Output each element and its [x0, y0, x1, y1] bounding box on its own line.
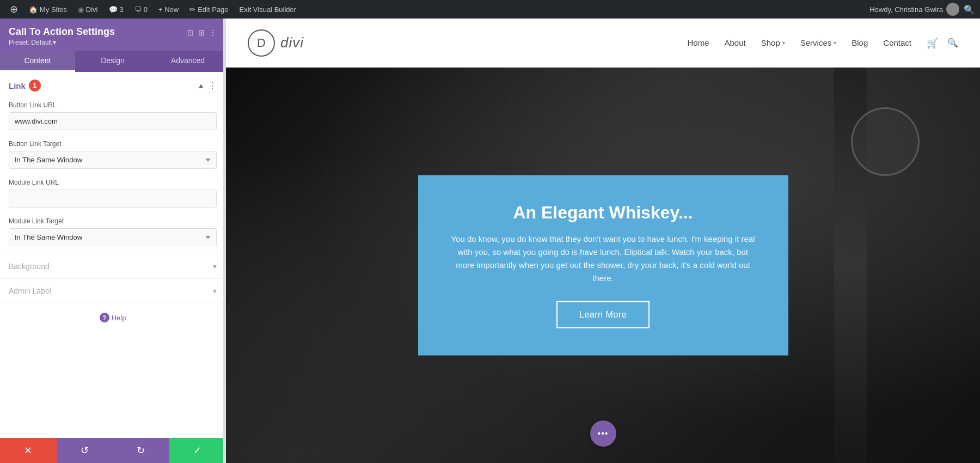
menu-item-services[interactable]: Services ▾	[800, 38, 837, 47]
menu-item-contact[interactable]: Contact	[883, 38, 911, 47]
divi-label: Divi	[86, 5, 98, 14]
button-link-url-label: Button Link URL	[9, 101, 217, 109]
site-menu: Home About Shop ▾ Services ▾ Blog Contac	[687, 37, 958, 49]
nav-search-icon[interactable]: 🔍	[947, 38, 958, 48]
menu-contact-label: Contact	[883, 38, 911, 47]
howdy-section[interactable]: Howdy, Christina Gwira	[869, 3, 959, 16]
chat-icon: 🗨	[134, 5, 142, 14]
menu-item-shop[interactable]: Shop ▾	[761, 38, 785, 47]
divi-item[interactable]: ◉ Divi	[74, 0, 102, 19]
logo-text: divi	[280, 34, 304, 51]
menu-item-about[interactable]: About	[724, 38, 745, 47]
my-sites-label: My Sites	[40, 5, 67, 14]
home-icon: 🏠	[29, 5, 38, 14]
panel-preset[interactable]: Preset: Default ▾	[9, 39, 115, 46]
panel-header-icons: ⊡ ⊞ ⋮	[187, 28, 217, 37]
panel-actions: ✕ ↺ ↻ ✓	[0, 438, 225, 463]
button-link-url-input[interactable]	[9, 112, 217, 130]
logo-circle: D	[248, 29, 275, 57]
save-button[interactable]: ✓	[169, 438, 226, 463]
save-icon: ✓	[193, 444, 201, 456]
cta-title: An Elegant Whiskey...	[451, 203, 756, 223]
comments-icon: 💬	[109, 5, 118, 14]
menu-services-label: Services	[800, 38, 832, 47]
link-section-header[interactable]: Link 1 ▲ ⋮	[0, 72, 225, 99]
link-chevron-icon[interactable]: ▲	[197, 81, 205, 90]
user-avatar	[946, 3, 959, 16]
exit-vb-item[interactable]: Exit Visual Builder	[235, 0, 301, 19]
wp-admin-bar: ⊕ 🏠 My Sites ◉ Divi 💬 3 🗨 0 + New ✏ Edit…	[0, 0, 980, 19]
link-more-icon[interactable]: ⋮	[208, 81, 217, 91]
grid-icon[interactable]: ⊞	[198, 28, 205, 37]
cart-icon[interactable]: 🛒	[927, 37, 939, 49]
resize-handle[interactable]	[223, 19, 225, 463]
module-link-url-input[interactable]	[9, 190, 217, 208]
module-link-target-select[interactable]: In The Same Window In The New Tab	[9, 228, 217, 246]
menu-icons: 🛒 🔍	[927, 37, 958, 49]
panel-header-text: Call To Action Settings Preset: Default …	[9, 26, 115, 46]
button-link-url-group: Button Link URL	[0, 99, 225, 138]
module-link-target-group: Module Link Target In The Same Window In…	[0, 215, 225, 254]
divi-icon: ◉	[78, 5, 84, 14]
my-sites-item[interactable]: 🏠 My Sites	[24, 0, 71, 19]
panel-title: Call To Action Settings	[9, 26, 115, 38]
link-section: Link 1 ▲ ⋮ Button Link URL Button Link T…	[0, 72, 225, 254]
tab-advanced[interactable]: Advanced	[150, 51, 225, 72]
howdy-label: Howdy, Christina Gwira	[869, 5, 943, 14]
logo-letter: D	[257, 36, 266, 50]
menu-item-home[interactable]: Home	[687, 38, 709, 47]
redo-button[interactable]: ↻	[113, 438, 169, 463]
comments-count: 3	[120, 5, 124, 14]
admin-bar-left: ⊕ 🏠 My Sites ◉ Divi 💬 3 🗨 0 + New ✏ Edit…	[5, 0, 869, 19]
right-content-area: D divi Home About Shop ▾ Services ▾	[226, 19, 980, 463]
tab-design[interactable]: Design	[75, 51, 150, 72]
undo-button[interactable]: ↺	[57, 438, 113, 463]
chat-count: 0	[144, 5, 148, 14]
new-item[interactable]: + New	[154, 0, 183, 19]
link-section-title: Link	[9, 81, 26, 90]
hero-area: An Elegant Whiskey... You do know, you d…	[226, 68, 980, 463]
undo-icon: ↺	[81, 444, 89, 456]
services-arrow-icon: ▾	[834, 40, 836, 46]
cta-box: An Elegant Whiskey... You do know, you d…	[418, 175, 788, 356]
chat-item[interactable]: 🗨 0	[130, 0, 152, 19]
cta-learn-more-button[interactable]: Learn More	[556, 301, 650, 328]
help-label: Help	[112, 314, 126, 322]
module-link-url-label: Module Link URL	[9, 179, 217, 186]
module-link-url-group: Module Link URL	[0, 176, 225, 215]
main-layout: Call To Action Settings Preset: Default …	[0, 19, 980, 463]
help-link[interactable]: ? Help	[100, 313, 126, 322]
panel-header: Call To Action Settings Preset: Default …	[0, 19, 225, 51]
comments-item[interactable]: 💬 3	[105, 0, 128, 19]
help-section: ? Help	[0, 303, 225, 331]
tab-content[interactable]: Content	[0, 51, 75, 72]
wp-icon: ⊕	[10, 3, 18, 15]
admin-label-chevron-icon: ▾	[213, 287, 217, 295]
background-section[interactable]: Background ▾	[0, 254, 225, 278]
edit-page-item[interactable]: ✏ Edit Page	[185, 0, 232, 19]
menu-item-blog[interactable]: Blog	[852, 38, 868, 47]
admin-label-section[interactable]: Admin Label ▾	[0, 278, 225, 303]
site-nav: D divi Home About Shop ▾ Services ▾	[226, 19, 980, 68]
search-icon[interactable]: 🔍	[964, 4, 975, 15]
more-icon[interactable]: ⋮	[209, 28, 217, 37]
edit-page-label: Edit Page	[198, 5, 228, 14]
preset-arrow-icon: ▾	[53, 39, 56, 46]
section-controls: ▲ ⋮	[197, 81, 217, 91]
background-title: Background	[9, 262, 50, 271]
redo-icon: ↻	[137, 444, 145, 456]
cta-body: You do know, you do know that they don't…	[451, 233, 756, 285]
cancel-button[interactable]: ✕	[0, 438, 57, 463]
exit-vb-label: Exit Visual Builder	[240, 5, 297, 14]
panel-content: Link 1 ▲ ⋮ Button Link URL Button Link T…	[0, 72, 225, 438]
menu-home-label: Home	[687, 38, 709, 47]
floating-action-button[interactable]: •••	[590, 421, 616, 447]
site-logo: D divi	[248, 29, 304, 57]
admin-bar-right: Howdy, Christina Gwira 🔍	[869, 3, 975, 16]
new-label: + New	[158, 5, 179, 14]
pencil-icon: ✏	[189, 5, 195, 14]
expand-icon[interactable]: ⊡	[187, 28, 194, 37]
button-link-target-select[interactable]: In The Same Window In The New Tab	[9, 151, 217, 169]
wp-logo-item[interactable]: ⊕	[5, 0, 22, 19]
menu-shop-label: Shop	[761, 38, 780, 47]
